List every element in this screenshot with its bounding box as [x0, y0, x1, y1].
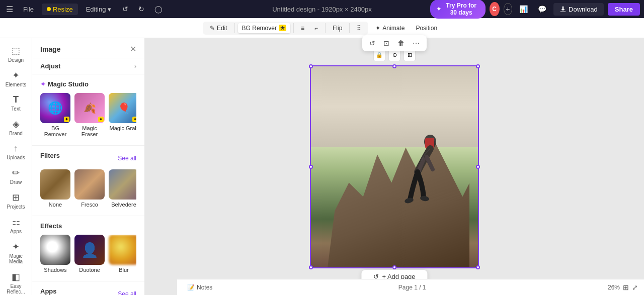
download-button[interactable]: Download — [553, 3, 604, 16]
bg-remover-button[interactable]: BG Remover ★ — [238, 23, 290, 33]
editing-chevron: ▾ — [108, 6, 111, 13]
sidebar-item-easy-reflector[interactable]: ◧ Easy Reflec... — [2, 268, 30, 295]
apps-icon: ⚏ — [12, 217, 20, 228]
lines-button[interactable]: ≡ — [297, 23, 308, 33]
editing-label: Editing — [86, 6, 106, 13]
sidebar-item-projects[interactable]: ⊞ Projects — [2, 189, 30, 213]
effect-blur[interactable]: Blur — [109, 235, 136, 273]
resize-label: Resize — [53, 6, 73, 13]
shadows-label: Shadows — [40, 267, 70, 273]
float-rotate-button[interactable]: ↺ — [366, 37, 378, 49]
icon-sidebar: ⬚ Design ✦ Elements T Text ◈ Brand ↑ Upl… — [0, 38, 32, 295]
page-info: Page 1 / 1 — [398, 284, 426, 291]
topbar-center: Untitled design - 1920px × 2400px — [217, 6, 427, 13]
try-pro-button[interactable]: ✦ Try Pro for 30 days — [430, 0, 486, 19]
filter-fresco[interactable]: Fresco — [74, 169, 105, 208]
redo-button[interactable]: ↻ — [135, 3, 147, 15]
float-crop-button[interactable]: ⊡ — [380, 37, 392, 49]
edit-icon: ✎ — [210, 25, 215, 32]
elements-icon: ✦ — [12, 70, 20, 81]
eraser-badge: ✦ — [98, 117, 104, 122]
canvas-image[interactable] — [311, 66, 478, 267]
chat-button[interactable]: 💬 — [535, 3, 549, 15]
magic-item-eraser[interactable]: 🍂 ✦ Magic Eraser — [74, 93, 105, 137]
toolbar-separator3 — [325, 23, 326, 33]
magic-eraser-thumb: 🍂 ✦ — [74, 93, 105, 123]
main-layout: ⬚ Design ✦ Elements T Text ◈ Brand ↑ Upl… — [0, 38, 644, 295]
file-menu-button[interactable]: File — [19, 4, 38, 15]
effect-shadows[interactable]: Shadows — [40, 235, 70, 273]
grid-view-button[interactable]: ⊞ — [623, 283, 629, 291]
effect-duotone[interactable]: 👤 Duotone — [74, 235, 105, 273]
magic-grab-item-label: Magic Grab — [109, 125, 136, 131]
panel-close-button[interactable]: ✕ — [130, 44, 136, 54]
float-delete-button[interactable]: 🗑 — [394, 37, 408, 49]
canvas-frame — [310, 65, 479, 268]
timer-button[interactable]: ◯ — [151, 3, 166, 15]
sidebar-item-brand[interactable]: ◈ Brand — [2, 116, 30, 139]
editing-button[interactable]: Editing ▾ — [82, 4, 116, 15]
sidebar-item-design[interactable]: ⬚ Design — [2, 42, 30, 66]
notes-button[interactable]: 📝 Notes — [183, 282, 216, 293]
try-pro-label: Try Pro for 30 days — [443, 2, 479, 16]
design-icon: ⬚ — [12, 45, 20, 56]
position-button[interactable]: Position — [412, 23, 441, 33]
adjust-chevron-icon: › — [134, 63, 136, 70]
sidebar-label-magic-media: Magic Media — [4, 253, 28, 264]
download-icon — [559, 6, 567, 13]
sidebar-label-text: Text — [11, 106, 20, 112]
magic-grab-thumb: 🎈 ✦ — [109, 93, 136, 123]
sidebar-label-draw: Draw — [10, 179, 22, 185]
analytics-button[interactable]: 📊 — [516, 3, 531, 15]
apps-see-all-button[interactable]: See all — [118, 290, 136, 296]
canvas-container: 🔒 ⊙ ⊞ ↺ ⊡ 🗑 ⋯ — [310, 65, 479, 268]
magic-item-grab[interactable]: 🎈 ✦ Magic Grab — [109, 93, 136, 137]
fullscreen-button[interactable]: ⤢ — [632, 283, 638, 291]
share-button[interactable]: Share — [608, 3, 640, 16]
magic-item-bg-remover[interactable]: 🌐 ✦ BG Remover — [40, 93, 70, 137]
filter-fresco-label: Fresco — [74, 202, 105, 208]
panel-header: Image ✕ — [32, 38, 144, 58]
adjust-row[interactable]: Adjust › — [32, 58, 144, 74]
notes-icon: 📝 — [187, 284, 195, 291]
sidebar-item-elements[interactable]: ✦ Elements — [2, 67, 30, 90]
topbar: ☰ File Resize Editing ▾ ↺ ↻ ◯ Untitled d… — [0, 0, 644, 18]
toolbar-separator4 — [349, 23, 350, 33]
sidebar-item-uploads[interactable]: ↑ Uploads — [2, 140, 30, 163]
filter-belvedere[interactable]: Belvedere — [109, 169, 136, 208]
sidebar-label-projects: Projects — [7, 204, 25, 210]
edit-button[interactable]: ✎ Edit — [206, 23, 231, 33]
sky-background — [311, 66, 478, 147]
download-label: Download — [569, 6, 598, 13]
toolbar-separator2 — [293, 23, 294, 33]
notes-label: Notes — [197, 284, 212, 291]
sidebar-item-text[interactable]: T Text — [2, 91, 30, 115]
duotone-label: Duotone — [74, 267, 105, 273]
effects-row: Shadows 👤 Duotone Blur A — [40, 235, 136, 273]
zoom-level: 26% — [608, 284, 620, 291]
magic-items-row: 🌐 ✦ BG Remover 🍂 ✦ Magic Eraser — [40, 93, 136, 137]
corner-button[interactable]: ⌐ — [310, 23, 322, 33]
canvas-area[interactable]: 🔒 ⊙ ⊞ ↺ ⊡ 🗑 ⋯ — [145, 38, 644, 295]
sidebar-item-apps[interactable]: ⚏ Apps — [2, 214, 30, 237]
flip-button[interactable]: Flip — [329, 23, 346, 33]
hiker-figure — [403, 127, 448, 217]
filters-see-all-button[interactable]: See all — [118, 155, 136, 162]
dots-button[interactable]: ⠿ — [353, 23, 365, 33]
sidebar-item-draw[interactable]: ✏ Draw — [2, 164, 30, 188]
effects-title: Effects — [40, 222, 136, 230]
add-collaborator-button[interactable]: + — [504, 3, 513, 15]
duotone-thumb: 👤 — [74, 235, 105, 265]
float-more-button[interactable]: ⋯ — [410, 37, 423, 49]
filter-none[interactable]: None — [40, 169, 70, 208]
sidebar-label-design: Design — [8, 57, 24, 63]
avatar[interactable]: C — [490, 2, 500, 16]
animate-button[interactable]: ✦ Animate — [371, 23, 409, 33]
resize-button[interactable]: Resize — [42, 4, 78, 15]
hamburger-button[interactable]: ☰ — [4, 3, 15, 16]
text-icon: T — [13, 94, 19, 105]
undo-button[interactable]: ↺ — [119, 3, 131, 15]
magic-studio-section: ✦ Magic Studio 🌐 ✦ BG Remover — [32, 74, 144, 146]
apps-section: Apps See all 👓 Tracer 📋 Mockups — [32, 281, 144, 295]
sidebar-item-magic-media[interactable]: ✦ Magic Media — [2, 238, 30, 267]
